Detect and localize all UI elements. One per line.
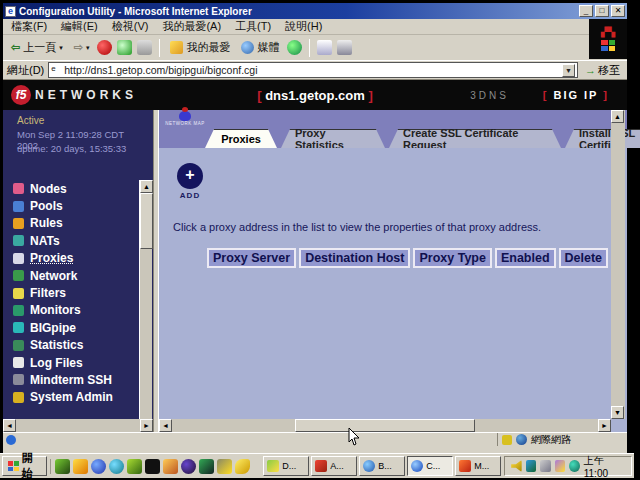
history-icon[interactable] <box>287 40 302 55</box>
sidebar-item-rules[interactable]: Rules <box>13 215 139 232</box>
system-uptime: uptime: 20 days, 15:35:33 <box>17 143 126 154</box>
quicklaunch-icon-8[interactable] <box>181 459 196 474</box>
url-dropdown-icon[interactable]: ▼ <box>562 64 575 77</box>
quicklaunch-icon-11[interactable] <box>235 459 250 474</box>
tab-install-ssl-certificate[interactable]: Install SSL Certifi <box>565 129 640 148</box>
statistics-icon <box>13 340 24 351</box>
stop-icon[interactable] <box>97 40 112 55</box>
tray-icon-2[interactable] <box>526 460 537 472</box>
close-button[interactable]: ✕ <box>611 5 625 17</box>
network-icon <box>13 270 24 281</box>
task-button-1[interactable]: D... <box>263 456 309 476</box>
sidebar-item-system-admin[interactable]: System Admin <box>13 389 139 406</box>
sidebar-item-pools[interactable]: Pools <box>13 197 139 214</box>
forward-button[interactable]: ⇨ ▾ <box>71 40 93 55</box>
media-button[interactable]: 媒體 <box>238 39 282 56</box>
network-map-icon <box>179 111 191 121</box>
menu-file[interactable]: 檔案(F) <box>11 19 47 34</box>
back-button[interactable]: ⇦ 上一頁 ▾ <box>8 39 66 56</box>
task-icon-4 <box>411 460 423 472</box>
tab-create-ssl-certificate-request[interactable]: Create SSL Certificate Request <box>389 129 561 148</box>
back-dropdown-icon[interactable]: ▾ <box>59 44 63 52</box>
column-destination-host[interactable]: Destination Host <box>299 248 410 268</box>
scroll-down-icon[interactable]: ▼ <box>611 406 624 419</box>
task-button-5[interactable]: M... <box>455 456 501 476</box>
sidebar-item-log-files[interactable]: Log Files <box>13 354 139 371</box>
volume-icon[interactable] <box>511 460 522 472</box>
scrollbar-thumb[interactable] <box>140 193 153 249</box>
sidebar-item-bigpipe[interactable]: BIGpipe <box>13 319 139 336</box>
sidebar-item-statistics[interactable]: Statistics <box>13 337 139 354</box>
quicklaunch-icon-1[interactable] <box>55 459 70 474</box>
product-bigip: [ BIG IP ] <box>543 89 609 101</box>
sidebar-item-mindterm-ssh[interactable]: Mindterm SSH <box>13 371 139 388</box>
sidebar-vertical-scrollbar[interactable]: ▲ <box>139 180 152 430</box>
url-input[interactable]: e http://dns1.getop.com/bigipgui/bigconf… <box>48 62 578 78</box>
menu-tools[interactable]: 工具(T) <box>235 19 271 34</box>
scroll-left-icon[interactable]: ◄ <box>159 419 172 432</box>
tray-icon-3[interactable] <box>540 460 551 472</box>
menu-edit[interactable]: 編輯(E) <box>61 19 98 34</box>
sidebar-item-network[interactable]: Network <box>13 267 139 284</box>
hostname: [ dns1.getop.com ] <box>3 88 627 103</box>
scroll-right-icon[interactable]: ► <box>140 419 153 432</box>
minimize-button[interactable]: _ <box>579 5 593 17</box>
menu-view[interactable]: 檢視(V) <box>112 19 149 34</box>
sidebar-item-nats[interactable]: NATs <box>13 232 139 249</box>
bigpipe-icon <box>13 322 24 333</box>
sidebar-item-nodes[interactable]: Nodes <box>13 180 139 197</box>
sidebar-item-proxies[interactable]: Proxies <box>13 250 139 267</box>
sidebar-item-filters[interactable]: Filters <box>13 284 139 301</box>
column-delete[interactable]: Delete <box>559 248 609 268</box>
column-enabled[interactable]: Enabled <box>495 248 556 268</box>
titlebar[interactable]: e Configuration Utility - Microsoft Inte… <box>3 3 627 19</box>
quicklaunch-icon-5[interactable] <box>127 459 142 474</box>
zone-shield-icon <box>502 435 512 445</box>
task-button-3[interactable]: B... <box>359 456 405 476</box>
column-proxy-type[interactable]: Proxy Type <box>413 248 491 268</box>
column-proxy-server[interactable]: Proxy Server <box>207 248 296 268</box>
sidebar-horizontal-scrollbar[interactable]: ◄ ► <box>3 419 153 432</box>
refresh-icon[interactable] <box>117 40 132 55</box>
security-zone: 網際網路 <box>497 433 627 446</box>
home-icon[interactable] <box>137 40 152 55</box>
menu-help[interactable]: 說明(H) <box>285 19 322 34</box>
system-tray: 上午 11:00 <box>504 456 632 476</box>
log-files-icon <box>13 357 24 368</box>
tray-icon-4[interactable] <box>555 460 566 472</box>
ie-statusbar: 網際網路 <box>3 432 627 446</box>
tab-proxies[interactable]: Proxies <box>205 129 277 148</box>
main-horizontal-scrollbar[interactable]: ◄ ► <box>159 419 611 432</box>
main-vertical-scrollbar[interactable]: ▲ ▼ <box>611 110 625 419</box>
quicklaunch-icon-2[interactable] <box>73 459 88 474</box>
quick-launch <box>50 459 254 474</box>
scroll-up-icon[interactable]: ▲ <box>140 180 153 193</box>
task-button-4-active[interactable]: C... <box>407 456 453 476</box>
task-button-2[interactable]: A... <box>311 456 357 476</box>
scroll-right-icon[interactable]: ► <box>598 419 611 432</box>
sidebar-nav: Nodes Pools Rules NATs Proxies Network <box>13 180 139 406</box>
start-button[interactable]: 開始 <box>2 456 47 476</box>
go-button[interactable]: → 移至 <box>582 63 623 78</box>
print-icon[interactable] <box>337 40 352 55</box>
sidebar-item-monitors[interactable]: Monitors <box>13 302 139 319</box>
favorites-button[interactable]: 我的最愛 <box>167 39 233 56</box>
quicklaunch-icon-7[interactable] <box>163 459 178 474</box>
quicklaunch-icon-6[interactable] <box>145 459 160 474</box>
menu-favorites[interactable]: 我的最愛(A) <box>162 19 221 34</box>
scroll-up-icon[interactable]: ▲ <box>611 110 624 123</box>
scroll-left-icon[interactable]: ◄ <box>3 419 16 432</box>
quicklaunch-icon-3[interactable] <box>91 459 106 474</box>
tray-icon-5[interactable] <box>569 460 580 472</box>
toolbar-separator <box>159 39 160 57</box>
quicklaunch-icon-4[interactable] <box>109 459 124 474</box>
forward-dropdown-icon[interactable]: ▾ <box>86 44 90 52</box>
add-proxy-button[interactable]: + <box>177 163 203 189</box>
quicklaunch-icon-9[interactable] <box>199 459 214 474</box>
ie-logo-small: ▞▚ <box>601 27 615 37</box>
quicklaunch-icon-10[interactable] <box>217 459 232 474</box>
tab-proxy-statistics[interactable]: Proxy Statistics <box>281 129 385 148</box>
mail-icon[interactable] <box>317 40 332 55</box>
scrollbar-thumb[interactable] <box>295 419 475 432</box>
maximize-button[interactable]: □ <box>595 5 609 17</box>
